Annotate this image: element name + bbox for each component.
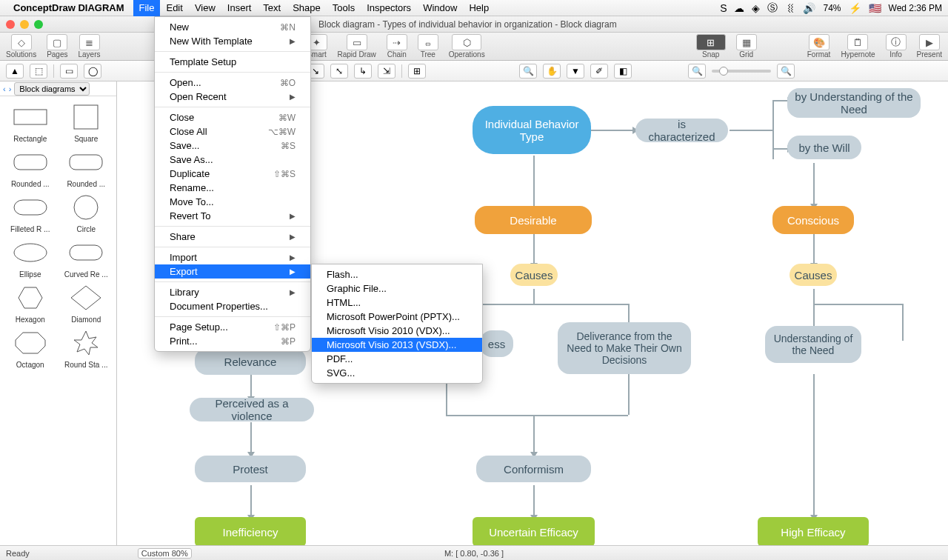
menuitem-share[interactable]: Share▶ — [155, 230, 310, 244]
textbox-tool[interactable]: ⊞ — [408, 64, 426, 79]
export-pdf-[interactable]: PDF... — [312, 352, 482, 366]
tool-layers[interactable]: ≣Layers — [79, 34, 101, 59]
zoomin-tool[interactable]: 🔍 — [519, 64, 537, 79]
menuitem-page-setup-[interactable]: Page Setup...⇧⌘P — [155, 320, 310, 334]
shape-filleted-r-[interactable]: Filleted R ... — [3, 193, 58, 233]
menu-insert[interactable]: Insert — [221, 0, 258, 16]
node-conscious[interactable]: Conscious — [772, 206, 854, 234]
export-graphic-file-[interactable]: Graphic File... — [312, 281, 482, 296]
node-understanding[interactable]: Understanding of the Need — [765, 326, 861, 363]
menuitem-import[interactable]: Import▶ — [155, 250, 310, 264]
menuitem-print-[interactable]: Print...⌘P — [155, 334, 310, 348]
battery-icon[interactable]: ⚡ — [849, 2, 861, 14]
menuitem-revert-to[interactable]: Revert To▶ — [155, 209, 310, 223]
export-html-[interactable]: HTML... — [312, 296, 482, 310]
shape-hexagon[interactable]: Hexagon — [3, 283, 58, 324]
node-perceived[interactable]: Perceived as a violence — [190, 398, 314, 421]
format-icon[interactable]: 🎨 — [809, 34, 830, 50]
wifi-icon[interactable]: ⧛ — [785, 2, 795, 14]
chain-icon[interactable]: ⇢ — [387, 34, 407, 50]
info-icon[interactable]: ⓘ — [886, 34, 907, 50]
export-microsoft-visio-vdx-[interactable]: Microsoft Visio 2010 (VDX)... — [312, 324, 482, 338]
menu-help[interactable]: Help — [463, 0, 495, 16]
menu-view[interactable]: View — [189, 0, 221, 16]
rect-tool[interactable]: ▭ — [60, 64, 78, 79]
menuitem-move-to-[interactable]: Move To... — [155, 195, 310, 209]
app-name[interactable]: ConceptDraw DIAGRAM — [13, 2, 124, 13]
menuitem-new[interactable]: New⌘N — [155, 20, 310, 34]
menuitem-save-[interactable]: Save...⌘S — [155, 139, 310, 153]
export-flash-[interactable]: Flash... — [312, 267, 482, 281]
node-protest[interactable]: Protest — [195, 456, 306, 482]
menuitem-rename-[interactable]: Rename... — [155, 181, 310, 195]
shape-diamond[interactable]: Diamond — [59, 283, 114, 324]
export-microsoft-powerpoint-pptx-[interactable]: Microsoft PowerPoint (PPTX)... — [312, 310, 482, 324]
snap-icon[interactable]: ⊞ — [696, 34, 726, 50]
nav-fwd-icon[interactable]: › — [9, 84, 12, 93]
clock[interactable]: Wed 2:36 PM — [889, 3, 942, 13]
zoom-slider[interactable] — [712, 70, 771, 73]
rapiddraw-icon[interactable]: ▭ — [347, 34, 367, 50]
menuitem-library[interactable]: Library▶ — [155, 285, 310, 299]
connector-3[interactable]: ↳ — [354, 64, 372, 79]
menuitem-open-recent[interactable]: Open Recent▶ — [155, 90, 310, 104]
eyedrop-tool[interactable]: ✐ — [590, 64, 608, 79]
tool-info[interactable]: ⓘInfo — [886, 34, 907, 59]
flag-icon[interactable]: 🇺🇸 — [869, 2, 881, 14]
menuitem-new-with-template[interactable]: New With Template▶ — [155, 34, 310, 48]
nav-back-icon[interactable]: ‹ — [3, 84, 6, 93]
node-causes-1[interactable]: Causes — [510, 264, 558, 286]
menuitem-close-all[interactable]: Close All⌥⌘W — [155, 124, 310, 139]
tool-pages[interactable]: ▢Pages — [47, 34, 67, 59]
node-desirable[interactable]: Desirable — [475, 206, 592, 234]
node-deliverance[interactable]: Deliverance from the Need to Make Their … — [558, 322, 691, 374]
pointer-tool[interactable]: ▲ — [6, 64, 24, 79]
export-microsoft-visio-vsdx-[interactable]: Microsoft Visio 2013 (VSDX)... — [312, 338, 482, 352]
menuitem-close[interactable]: Close⌘W — [155, 110, 310, 124]
node-causes-2[interactable]: Causes — [790, 264, 837, 286]
node-uncertain-efficacy[interactable]: Uncertain Efficacy — [473, 517, 595, 545]
stamp-tool[interactable]: ▼ — [567, 64, 584, 79]
operations-icon[interactable]: ⬡ — [452, 34, 481, 50]
present-icon[interactable]: ▶ — [919, 34, 940, 50]
tree-icon[interactable]: ⏛ — [418, 34, 438, 50]
menu-window[interactable]: Window — [417, 0, 463, 16]
node-relevance[interactable]: Relevance — [195, 348, 306, 375]
shape-rounded-[interactable]: Rounded ... — [3, 147, 58, 188]
tool-operations[interactable]: ⬡Operations — [449, 34, 485, 59]
tool-format[interactable]: 🎨Format — [807, 34, 831, 59]
tool-grid[interactable]: ▦Grid — [736, 34, 757, 59]
erase-tool[interactable]: ◧ — [614, 64, 632, 79]
menu-inspectors[interactable]: Inspectors — [361, 0, 417, 16]
node-individual-behavior[interactable]: Individual Behavior Type — [473, 106, 591, 154]
tool-hypernote[interactable]: 🗒Hypernote — [841, 34, 875, 59]
node-ess-partial[interactable]: ess — [480, 330, 513, 357]
shape-ellipse[interactable]: Ellipse — [3, 238, 58, 279]
menuitem-save-as-[interactable]: Save As... — [155, 153, 310, 167]
node-by-will[interactable]: by the Will — [787, 136, 861, 159]
shapes-library-select[interactable]: Block diagrams — [14, 82, 90, 96]
skype-icon[interactable]: Ⓢ — [767, 1, 778, 15]
shape-rectangle[interactable]: Rectangle — [3, 102, 58, 143]
node-high-efficacy[interactable]: High Efficacy — [758, 517, 869, 545]
layers-icon[interactable]: ≣ — [79, 34, 100, 50]
menu-tools[interactable]: Tools — [327, 0, 361, 16]
menuitem-document-properties-[interactable]: Document Properties... — [155, 299, 310, 313]
maximize-window-button[interactable] — [34, 20, 43, 29]
tool-present[interactable]: ▶Present — [917, 34, 942, 59]
tool-snap[interactable]: ⊞Snap — [696, 34, 726, 59]
cloud-icon[interactable]: ☁ — [734, 2, 744, 14]
menuitem-template-setup[interactable]: Template Setup — [155, 55, 310, 69]
tool-rapiddraw[interactable]: ▭Rapid Draw — [338, 34, 376, 59]
export-svg-[interactable]: SVG... — [312, 366, 482, 380]
pan-tool[interactable]: ✋ — [543, 64, 561, 79]
menuitem-duplicate[interactable]: Duplicate⇧⌘S — [155, 167, 310, 181]
tool-tree[interactable]: ⏛Tree — [418, 34, 438, 59]
ellipse-tool[interactable]: ◯ — [84, 64, 101, 79]
shape-square[interactable]: Square — [59, 102, 114, 143]
pages-icon[interactable]: ▢ — [47, 34, 67, 50]
zoom-in-icon[interactable]: 🔍 — [777, 64, 795, 79]
zoom-out-icon[interactable]: 🔍 — [688, 64, 706, 79]
shape-round-sta-[interactable]: Round Sta ... — [59, 328, 114, 369]
menu-file[interactable]: File — [133, 0, 161, 16]
